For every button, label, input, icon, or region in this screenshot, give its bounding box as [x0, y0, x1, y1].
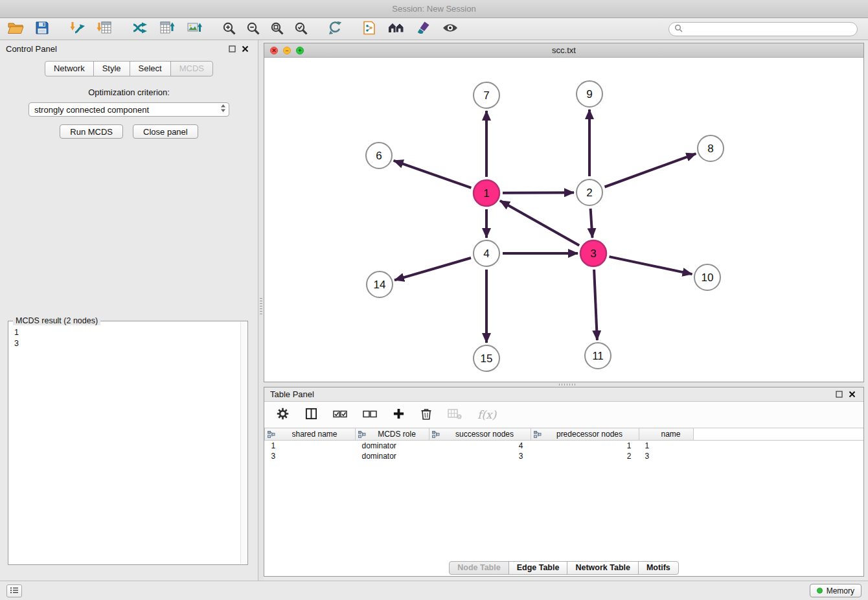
table-panel: Table Panel [264, 387, 864, 577]
column-header-name[interactable]: name [639, 428, 694, 441]
import-table-button[interactable] [95, 20, 113, 38]
tab-mcds[interactable]: MCDS [170, 61, 213, 76]
column-header-mcds-role[interactable]: MCDS role [356, 428, 429, 441]
delete-table-icon [448, 408, 462, 422]
import-table-icon [96, 20, 113, 38]
network-canvas[interactable]: 7968124314101511 [264, 58, 863, 382]
show-hide-details-button[interactable] [441, 20, 459, 38]
graph-node-15[interactable]: 15 [474, 345, 499, 371]
graph-node-1[interactable]: 1 [474, 180, 499, 206]
column-header-shared-name[interactable]: shared name [265, 428, 356, 441]
graph-node-2[interactable]: 2 [577, 179, 602, 205]
export-network-icon [131, 20, 148, 38]
column-header-successor-nodes[interactable]: successor nodes [429, 428, 531, 441]
graph-node-14[interactable]: 14 [367, 271, 393, 297]
import-network-button[interactable] [68, 20, 86, 38]
result-scrollbar[interactable] [240, 322, 247, 564]
zoom-selected-button[interactable] [293, 20, 309, 38]
graph-node-11[interactable]: 11 [585, 343, 611, 369]
export-table-button[interactable] [158, 20, 176, 38]
unchecked-boxes-icon [363, 409, 377, 421]
criterion-select[interactable]: strongly connected component [29, 102, 229, 117]
graph-node-7[interactable]: 7 [474, 82, 499, 108]
table-settings-button[interactable] [276, 407, 290, 422]
close-table-panel-icon[interactable] [849, 391, 856, 398]
window-titlebar[interactable]: Session: New Session [0, 0, 868, 18]
run-mcds-button[interactable]: Run MCDS [60, 124, 123, 139]
add-button[interactable] [393, 408, 405, 422]
graph-node-6[interactable]: 6 [366, 143, 392, 168]
graph-edge-4-14[interactable] [394, 258, 471, 280]
network-window-titlebar[interactable]: ✕ – + scc.txt [264, 43, 863, 58]
tab-edge-table[interactable]: Edge Table [508, 561, 568, 575]
refresh-icon [327, 20, 343, 38]
save-session-button[interactable] [34, 20, 51, 38]
refresh-view-button[interactable] [326, 20, 343, 38]
table-panel-tabs: Node Table Edge Table Network Table Moti… [264, 559, 863, 576]
clipboard-network-icon [361, 20, 377, 38]
optimization-criterion-label: Optimization criterion: [0, 87, 258, 97]
network-analyzer-button[interactable] [387, 20, 406, 38]
network-from-clipboard-button[interactable] [361, 20, 378, 38]
graph-edge-2-8[interactable] [605, 154, 696, 187]
tab-style[interactable]: Style [93, 61, 130, 76]
export-image-icon [186, 20, 203, 38]
delete-button[interactable] [420, 408, 432, 422]
close-panel-icon[interactable] [242, 45, 249, 52]
tab-network-table[interactable]: Network Table [567, 561, 639, 575]
graph-edge-3-1[interactable] [500, 201, 579, 246]
graph-node-3[interactable]: 3 [580, 240, 606, 266]
table-panel-title: Table Panel [270, 389, 314, 399]
minimize-window-icon[interactable]: – [283, 47, 291, 54]
open-session-button[interactable] [6, 20, 25, 38]
tab-network[interactable]: Network [45, 61, 94, 76]
zoom-in-button[interactable] [221, 20, 237, 38]
search-input[interactable] [686, 25, 852, 34]
vertical-splitter[interactable] [258, 40, 264, 581]
checked-boxes-icon [333, 409, 347, 421]
delete-table-button-disabled[interactable] [448, 408, 462, 422]
table-row-node-1[interactable]: 1 dominator 4 1 1 [265, 441, 864, 451]
column-header-predecessor-nodes[interactable]: predecessor nodes [531, 428, 639, 441]
graph-node-8[interactable]: 8 [698, 135, 724, 161]
tab-node-table[interactable]: Node Table [449, 561, 508, 575]
close-panel-button[interactable]: Close panel [133, 124, 198, 139]
export-group [131, 20, 203, 38]
zoom-fit-button[interactable] [269, 20, 285, 38]
network-window-title: scc.txt [552, 45, 576, 55]
tab-select[interactable]: Select [130, 61, 171, 76]
graph-node-10[interactable]: 10 [694, 264, 720, 290]
tab-motifs[interactable]: Motifs [638, 561, 679, 575]
toolbar-search[interactable] [668, 22, 858, 36]
splitter-grip [559, 384, 576, 386]
graph-edge-3-10[interactable] [610, 257, 692, 274]
table-row-node-3[interactable]: 3 dominator 3 2 3 [265, 451, 864, 461]
control-panel-tabs: Network Style Select MCDS [0, 61, 258, 76]
deselect-all-button[interactable] [363, 409, 377, 421]
horizontal-splitter[interactable] [264, 382, 864, 387]
show-panels-button[interactable] [6, 584, 22, 597]
graph-node-4[interactable]: 4 [474, 240, 499, 266]
select-all-button[interactable] [333, 409, 347, 421]
graph-edge-1-2[interactable] [503, 192, 574, 193]
zoom-out-button[interactable] [245, 20, 261, 38]
session-group [6, 20, 51, 38]
apply-style-button[interactable] [415, 20, 432, 38]
memory-button[interactable]: Memory [810, 584, 862, 597]
maximize-window-icon[interactable]: + [296, 47, 304, 54]
graph-edge-2-3[interactable] [591, 209, 593, 238]
close-window-icon[interactable]: ✕ [270, 47, 278, 54]
graph-node-9[interactable]: 9 [577, 81, 602, 107]
function-builder-button-disabled[interactable]: f(x) [477, 408, 496, 421]
float-table-panel-icon[interactable] [836, 391, 843, 398]
result-line: 1 [14, 327, 247, 338]
column-tree-icon [358, 431, 366, 440]
graph-edge-3-11[interactable] [594, 270, 597, 340]
show-columns-button[interactable] [305, 408, 317, 422]
graph-node-label: 15 [481, 352, 493, 365]
export-network-button[interactable] [131, 20, 149, 38]
graph-edge-1-6[interactable] [394, 161, 472, 188]
mcds-result-content[interactable]: 1 3 [8, 321, 247, 564]
float-panel-icon[interactable] [229, 45, 236, 52]
export-image-button[interactable] [185, 20, 203, 38]
